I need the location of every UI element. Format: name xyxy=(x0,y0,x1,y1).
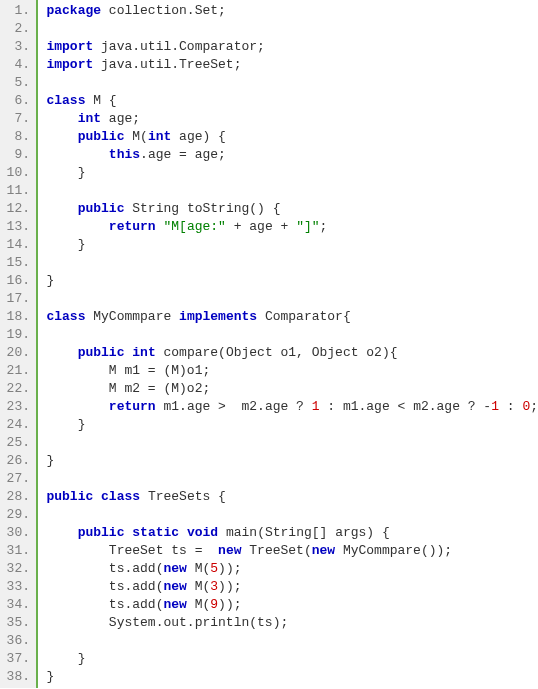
token-kw: public xyxy=(78,129,125,144)
line-number: 34. xyxy=(4,596,30,614)
code-line[interactable]: } xyxy=(46,452,538,470)
code-line[interactable]: } xyxy=(46,650,538,668)
line-number: 31. xyxy=(4,542,30,560)
code-line[interactable] xyxy=(46,74,538,92)
code-line[interactable]: return "M[age:" + age + "]"; xyxy=(46,218,538,236)
code-line[interactable]: } xyxy=(46,164,538,182)
code-line[interactable] xyxy=(46,506,538,524)
token-kw: implements xyxy=(179,309,257,324)
code-line[interactable]: ts.add(new M(3)); xyxy=(46,578,538,596)
code-line[interactable]: } xyxy=(46,668,538,686)
line-number: 30. xyxy=(4,524,30,542)
line-number: 4. xyxy=(4,56,30,74)
token-num: 1 xyxy=(312,399,320,414)
line-number: 1. xyxy=(4,2,30,20)
code-line[interactable] xyxy=(46,254,538,272)
token-pln: M m1 = (M)o1; xyxy=(46,363,210,378)
token-str: "M[age:" xyxy=(163,219,225,234)
token-pln xyxy=(46,219,108,234)
token-pln: main(String[] args) { xyxy=(218,525,390,540)
code-line[interactable] xyxy=(46,20,538,38)
line-number: 10. xyxy=(4,164,30,182)
token-num: 9 xyxy=(210,597,218,612)
token-pln: : xyxy=(499,399,522,414)
code-line[interactable]: public static void main(String[] args) { xyxy=(46,524,538,542)
token-pln xyxy=(46,111,77,126)
token-pln xyxy=(46,399,108,414)
line-number: 7. xyxy=(4,110,30,128)
token-pln xyxy=(46,201,77,216)
code-line[interactable] xyxy=(46,290,538,308)
code-line[interactable] xyxy=(46,182,538,200)
token-pln: age) { xyxy=(171,129,226,144)
code-line[interactable] xyxy=(46,470,538,488)
token-pln: ; xyxy=(530,399,538,414)
token-pln: compare(Object o1, Object o2){ xyxy=(156,345,398,360)
code-line[interactable]: int age; xyxy=(46,110,538,128)
code-line[interactable]: import java.util.TreeSet; xyxy=(46,56,538,74)
line-number: 23. xyxy=(4,398,30,416)
token-pln: M( xyxy=(187,597,210,612)
code-line[interactable]: System.out.println(ts); xyxy=(46,614,538,632)
token-pln: m1.age > m2.age ? xyxy=(156,399,312,414)
token-pln: TreeSet( xyxy=(241,543,311,558)
code-line[interactable]: ts.add(new M(5)); xyxy=(46,560,538,578)
line-number: 29. xyxy=(4,506,30,524)
token-pln: M( xyxy=(124,129,147,144)
code-line[interactable] xyxy=(46,434,538,452)
token-pln: MyCommpare()); xyxy=(335,543,452,558)
token-pln: M { xyxy=(85,93,116,108)
token-pln: + age + xyxy=(226,219,296,234)
token-kw: import xyxy=(46,57,93,72)
code-line[interactable]: class M { xyxy=(46,92,538,110)
token-pln: .age = age; xyxy=(140,147,226,162)
code-area[interactable]: package collection.Set; import java.util… xyxy=(38,0,538,688)
line-number: 18. xyxy=(4,308,30,326)
token-kw: void xyxy=(187,525,218,540)
code-line[interactable]: ts.add(new M(9)); xyxy=(46,596,538,614)
code-line[interactable]: } xyxy=(46,272,538,290)
token-num: 5 xyxy=(210,561,218,576)
code-line[interactable] xyxy=(46,632,538,650)
line-number: 27. xyxy=(4,470,30,488)
code-line[interactable]: public int compare(Object o1, Object o2)… xyxy=(46,344,538,362)
code-line[interactable]: import java.util.Comparator; xyxy=(46,38,538,56)
code-line[interactable] xyxy=(46,326,538,344)
token-pln: } xyxy=(46,165,85,180)
code-block: 1.2.3.4.5.6.7.8.9.10.11.12.13.14.15.16.1… xyxy=(0,0,538,688)
line-number: 11. xyxy=(4,182,30,200)
token-pln: java.util.TreeSet; xyxy=(93,57,241,72)
token-kw: static xyxy=(132,525,179,540)
token-pln: M m2 = (M)o2; xyxy=(46,381,210,396)
token-pln: )); xyxy=(218,561,241,576)
code-line[interactable]: public class TreeSets { xyxy=(46,488,538,506)
line-number: 38. xyxy=(4,668,30,686)
code-line[interactable]: TreeSet ts = new TreeSet(new MyCommpare(… xyxy=(46,542,538,560)
line-number: 35. xyxy=(4,614,30,632)
code-line[interactable]: return m1.age > m2.age ? 1 : m1.age < m2… xyxy=(46,398,538,416)
token-kw: int xyxy=(78,111,101,126)
line-number: 19. xyxy=(4,326,30,344)
token-kw: class xyxy=(46,309,85,324)
token-pln: System.out.println(ts); xyxy=(46,615,288,630)
code-line[interactable]: } xyxy=(46,236,538,254)
line-number: 21. xyxy=(4,362,30,380)
token-num: 1 xyxy=(491,399,499,414)
code-line[interactable]: M m1 = (M)o1; xyxy=(46,362,538,380)
token-pln: java.util.Comparator; xyxy=(93,39,265,54)
code-line[interactable]: this.age = age; xyxy=(46,146,538,164)
token-kw: this xyxy=(109,147,140,162)
token-pln: TreeSets { xyxy=(140,489,226,504)
line-number: 15. xyxy=(4,254,30,272)
token-pln: )); xyxy=(218,597,241,612)
code-line[interactable]: } xyxy=(46,416,538,434)
code-line[interactable]: public String toString() { xyxy=(46,200,538,218)
line-number: 8. xyxy=(4,128,30,146)
token-kw: class xyxy=(46,93,85,108)
code-line[interactable]: package collection.Set; xyxy=(46,2,538,20)
code-line[interactable]: public M(int age) { xyxy=(46,128,538,146)
token-kw: new xyxy=(163,561,186,576)
code-line[interactable]: class MyCommpare implements Comparator{ xyxy=(46,308,538,326)
token-pln: collection.Set; xyxy=(101,3,226,18)
code-line[interactable]: M m2 = (M)o2; xyxy=(46,380,538,398)
